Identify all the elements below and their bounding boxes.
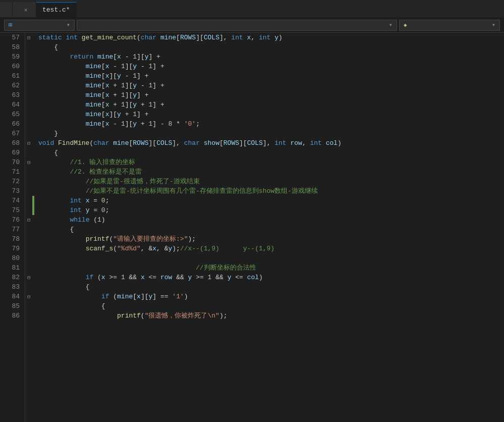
toolbar-scope-chevron: ▾ — [389, 21, 393, 29]
tab-test-c-label: test.c* — [42, 6, 70, 14]
line-number: 60 — [0, 62, 25, 71]
fold-button — [25, 100, 32, 110]
code-line — [38, 253, 504, 263]
line-number: 57 — [0, 33, 25, 42]
code-line: int y = 0; — [38, 205, 504, 215]
code-line: void FindMine(char mine[ROWS][COLS], cha… — [38, 138, 504, 148]
fold-button — [25, 167, 32, 177]
toolbar-project-dropdown[interactable]: ⊞ ▾ — [4, 20, 75, 31]
line-number: 86 — [0, 311, 25, 321]
code-line: mine[x - 1][y + 1] - 8 * '0'; — [38, 119, 504, 129]
code-line: //如果不是雷-统计坐标周围有几个雷-存储排查雷的信息到show数组-游戏继续 — [38, 186, 504, 196]
fold-button[interactable]: ⊟ — [25, 273, 32, 282]
line-number: 67 — [0, 129, 25, 138]
code-line: return mine[x - 1][y] + — [38, 52, 504, 62]
line-number: 81 — [0, 263, 25, 273]
code-line: printf("很遗憾，你被炸死了\n"); — [38, 311, 504, 321]
toolbar-func-dropdown[interactable]: ◈ ▾ — [399, 20, 500, 31]
fold-button — [25, 186, 32, 196]
project-icon: ⊞ — [9, 21, 12, 29]
code-line: scanf_s("%d%d", &x, &y);//x--(1,9) y--(1… — [38, 244, 504, 253]
line-number: 62 — [0, 81, 25, 90]
fold-button[interactable]: ⊟ — [25, 292, 32, 301]
code-line: { — [38, 148, 504, 157]
toolbar-func-chevron: ▾ — [492, 21, 495, 29]
code-line: //判断坐标的合法性 — [38, 263, 504, 273]
line-number: 73 — [0, 186, 25, 196]
fold-button[interactable]: ⊟ — [25, 138, 32, 148]
code-line: } — [38, 129, 504, 138]
code-line: mine[x][y + 1] + — [38, 110, 504, 119]
fold-button — [25, 119, 32, 129]
fold-button — [25, 42, 32, 52]
line-number: 84 — [0, 292, 25, 301]
toolbar-scope-dropdown[interactable]: ▾ — [77, 20, 397, 31]
line-number: 79 — [0, 244, 25, 253]
code-line: { — [38, 225, 504, 234]
fold-button — [25, 282, 32, 292]
line-number: 85 — [0, 301, 25, 311]
line-number: 61 — [0, 71, 25, 81]
line-number: 78 — [0, 234, 25, 244]
fold-button — [25, 301, 32, 311]
code-line: mine[x + 1][y - 1] + — [38, 81, 504, 90]
fold-button — [25, 81, 32, 90]
fold-button — [25, 71, 32, 81]
fold-button — [25, 52, 32, 62]
fold-button — [25, 234, 32, 244]
line-number: 71 — [0, 167, 25, 177]
code-line: mine[x - 1][y - 1] + — [38, 62, 504, 71]
fold-button — [25, 177, 32, 186]
code-line: //2. 检查坐标是不是雷 — [38, 167, 504, 177]
code-line: { — [38, 282, 504, 292]
line-number: 65 — [0, 110, 25, 119]
fold-button[interactable]: ⊟ — [25, 157, 32, 167]
tab-test-c[interactable]: test.c* — [36, 2, 77, 17]
tab-game-c-close[interactable]: ✕ — [22, 6, 30, 14]
editor-area: 5758596061626364656667686970717273747576… — [0, 33, 504, 422]
tab-game-c[interactable]: ✕ — [13, 2, 36, 17]
line-number: 69 — [0, 148, 25, 157]
fold-button — [25, 205, 32, 215]
fold-button — [25, 225, 32, 234]
code-line: if (x >= 1 && x <= row && y >= 1 && y <=… — [38, 273, 504, 282]
line-number: 58 — [0, 42, 25, 52]
fold-button — [25, 62, 32, 71]
code-line: //1. 输入排查的坐标 — [38, 157, 504, 167]
toolbar: ⊞ ▾ ▾ ◈ ▾ — [0, 18, 504, 33]
line-number: 82 — [0, 273, 25, 282]
line-number: 75 — [0, 205, 25, 215]
code-line: //如果是雷-很遗憾，炸死了-游戏结束 — [38, 177, 504, 186]
line-number: 80 — [0, 253, 25, 263]
func-icon: ◈ — [404, 22, 407, 28]
fold-button — [25, 263, 32, 273]
fold-column: ⊟⊟⊟⊟⊟⊟ — [25, 33, 32, 422]
code-editor[interactable]: static int get_mine_count(char mine[ROWS… — [34, 33, 504, 422]
code-line: mine[x][y - 1] + — [38, 71, 504, 81]
line-number: 83 — [0, 282, 25, 292]
code-line: mine[x + 1][y] + — [38, 90, 504, 100]
fold-button — [25, 244, 32, 253]
code-line: mine[x + 1][y + 1] + — [38, 100, 504, 110]
line-number: 59 — [0, 52, 25, 62]
fold-button — [25, 90, 32, 100]
line-number: 70 — [0, 157, 25, 167]
line-number: 68 — [0, 138, 25, 148]
fold-button — [25, 129, 32, 138]
code-line: static int get_mine_count(char mine[ROWS… — [38, 33, 504, 42]
tab-game-h[interactable] — [0, 2, 13, 17]
fold-button[interactable]: ⊟ — [25, 33, 32, 42]
fold-button — [25, 148, 32, 157]
fold-button — [25, 110, 32, 119]
fold-button[interactable]: ⊟ — [25, 215, 32, 225]
fold-button — [25, 253, 32, 263]
line-number: 76 — [0, 215, 25, 225]
toolbar-project-chevron: ▾ — [67, 21, 70, 29]
tab-bar: ✕ test.c* — [0, 0, 504, 18]
code-line: { — [38, 301, 504, 311]
code-line: int x = 0; — [38, 196, 504, 205]
line-number: 63 — [0, 90, 25, 100]
code-line: while (1) — [38, 215, 504, 225]
line-number: 77 — [0, 225, 25, 234]
code-line: printf("请输入要排查的坐标:>"); — [38, 234, 504, 244]
